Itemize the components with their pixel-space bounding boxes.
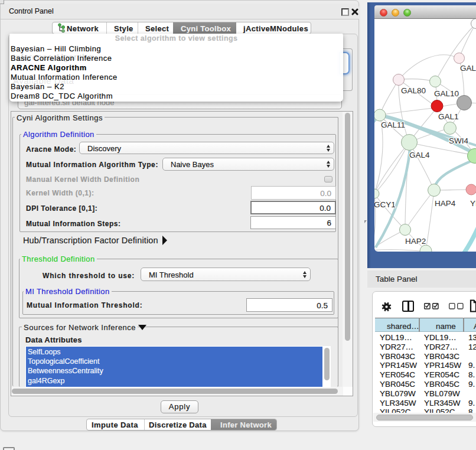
svg-text:GAL1: GAL1 [438, 112, 459, 121]
svg-text:GAL7: GAL7 [460, 64, 476, 73]
svg-text:GCY1: GCY1 [374, 200, 396, 209]
svg-text:YM: YM [470, 199, 476, 208]
svg-text:HAP4: HAP4 [435, 199, 456, 208]
svg-text:GAL10: GAL10 [434, 89, 459, 98]
svg-text:GAL80: GAL80 [401, 86, 426, 95]
svg-text:GAL11: GAL11 [381, 120, 405, 129]
svg-text:HAP2: HAP2 [405, 237, 426, 246]
svg-text:SWI4: SWI4 [449, 136, 468, 145]
svg-text:GAL4: GAL4 [409, 151, 430, 159]
